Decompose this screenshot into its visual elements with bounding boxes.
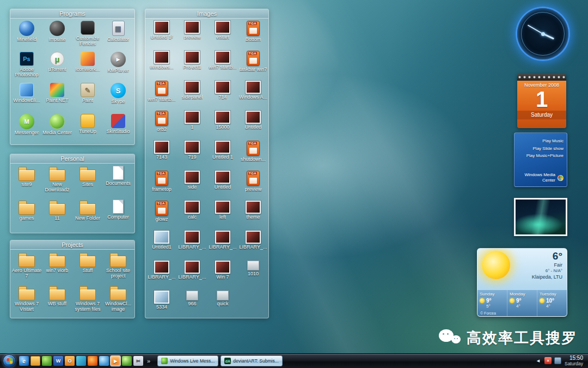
toolbar-overflow-chevron[interactable]: » <box>145 358 152 364</box>
desktop-icon-windowbli[interactable]: WindowBli... <box>11 83 42 114</box>
desktop-icon-windows-7-vistart[interactable]: Windows 7 Vistart <box>11 285 42 318</box>
desktop-icon-untitled[interactable]: Untitled <box>238 111 268 141</box>
desktop-icon-skinstudio[interactable]: SkinStudio <box>103 114 133 145</box>
outlook-icon[interactable] <box>65 356 75 366</box>
desktop-icon-win7-viorb[interactable]: win7 viorb <box>42 252 72 285</box>
desktop-icon-11[interactable]: 11 <box>42 200 72 233</box>
desktop-icon-frametop[interactable]: frametop <box>146 171 177 201</box>
desktop-icon-media-center[interactable]: Media Center <box>42 114 72 145</box>
media-center-option-play-slideshow[interactable]: Play Slide show <box>518 145 564 153</box>
desktop-icon-win7-startb[interactable]: win7 startb... <box>207 51 238 81</box>
desktop-icon-tuneup[interactable]: TuneUp <box>72 114 103 145</box>
hidden-icons-chevron-icon[interactable] <box>535 357 542 364</box>
weather-gadget[interactable]: 6° Fair 6° - N/A° Klaipeda, LTU Sunday 9… <box>477 248 567 317</box>
desktop-icon-windows[interactable]: Windows... <box>146 51 177 81</box>
desktop-icon-966[interactable]: 966 <box>177 291 207 318</box>
forecast-day-monday[interactable]: Monday 9° 4° <box>507 290 537 317</box>
network-icon[interactable] <box>554 357 561 364</box>
safari-icon[interactable] <box>99 356 109 366</box>
desktop-icon-714[interactable]: 714 <box>207 81 238 111</box>
desktop-icon-7143[interactable]: 7143 <box>146 141 177 171</box>
fence-title-projects[interactable]: Projects <box>10 240 134 250</box>
media-center-icon[interactable] <box>122 356 132 366</box>
messenger-icon[interactable] <box>42 356 52 366</box>
desktop-icon-1[interactable]: 1 <box>177 111 207 141</box>
fence-title-programs[interactable]: Programs <box>10 9 134 19</box>
forecast-day-tuesday[interactable]: Tuesday 10° 4° <box>537 290 567 317</box>
desktop-icon-library[interactable]: LIBRARY_... <box>238 231 268 261</box>
desktop-icon-taskbar-win7[interactable]: taskbar win7 <box>238 51 268 81</box>
firefox-icon[interactable] <box>88 356 97 366</box>
desktop-icon-new-folder[interactable]: New Folder <box>72 200 103 233</box>
desktop-icon-15000[interactable]: 15000 <box>207 111 238 141</box>
desktop-icon-719[interactable]: 719 <box>177 141 207 171</box>
desktop-icon-win7-startb[interactable]: win7 startb... <box>146 81 177 111</box>
desktop-icon-calc[interactable]: calc <box>177 201 207 231</box>
media-center-option-play-music[interactable]: Play Music <box>518 137 564 145</box>
desktop-icon-library[interactable]: LIBRARY_... <box>177 231 207 261</box>
media-center-gadget[interactable]: Play Music Play Slide show Play Music+Pi… <box>514 132 567 187</box>
desktop-icon-computer[interactable]: Computer <box>103 200 133 233</box>
desktop-icon-untitled-1[interactable]: Untitled 1 <box>207 141 238 171</box>
task-button-windows-live-messenger[interactable]: Windows Live Mess... <box>157 355 218 366</box>
media-player-icon[interactable] <box>76 356 86 366</box>
start-button[interactable] <box>3 354 16 367</box>
desktop-icon-wb-stuff[interactable]: WB stuff <box>42 285 72 318</box>
clock-gadget[interactable] <box>516 7 570 61</box>
desktop-icon-untitled1[interactable]: Untitled1 <box>146 231 177 261</box>
desktop-icon-sidepanel[interactable]: sidepanel <box>177 81 207 111</box>
desktop-icon-windowcl-image[interactable]: WindowCl... image <box>103 285 133 318</box>
fence-title-images[interactable]: Images <box>145 9 268 19</box>
desktop-icon-torrent[interactable]: µµTorrent <box>42 52 72 83</box>
desktop-icon-shutdown[interactable]: shutdown... <box>238 141 268 171</box>
fence-title-personal[interactable]: Personal <box>10 154 134 164</box>
desktop-icon-left[interactable]: left <box>207 201 238 231</box>
windows-media-player-icon[interactable] <box>111 356 120 366</box>
desktop-icon-win-7[interactable]: Win 7 <box>207 261 238 291</box>
desktop-icon-vistart[interactable]: vistart <box>207 21 238 51</box>
desktop-icon-bottom[interactable]: Bottom <box>238 21 268 51</box>
desktop-icon-calculator[interactable]: ▦Calculator <box>103 21 133 52</box>
snipping-tool-icon[interactable] <box>133 356 143 366</box>
desktop-icon-preview[interactable]: preview <box>177 21 207 51</box>
desktop-icon-preview[interactable]: preview <box>238 171 268 201</box>
desktop-icon-sites[interactable]: Sites <box>72 166 103 200</box>
desktop-icon-library[interactable]: LIBRARY_... <box>146 261 177 291</box>
internet-explorer-icon[interactable] <box>19 356 29 366</box>
desktop-icon-side[interactable]: side <box>177 171 207 201</box>
photo-slideshow-gadget[interactable] <box>514 198 567 236</box>
desktop-icon-messenger[interactable]: MMessenger <box>11 114 42 145</box>
security-alert-icon[interactable] <box>544 357 552 364</box>
task-button-deviantart[interactable]: deviantART: Submis... <box>220 355 282 366</box>
desktop-icon-untitled[interactable]: Untitled <box>207 171 238 201</box>
desktop-icon-new-download2[interactable]: New Download2 <box>42 166 72 200</box>
desktop-icon-paint[interactable]: ✎Paint <box>72 83 103 114</box>
taskbar-clock[interactable]: 15:50 Saturday <box>565 355 583 366</box>
desktop-icon-iconwork[interactable]: IconWork... <box>72 52 103 83</box>
desktop-icon-theme[interactable]: theme <box>238 201 268 231</box>
desktop-icon-orb2[interactable]: orb2 <box>146 111 177 141</box>
calendar-gadget[interactable]: November 2008 1 Saturday <box>517 74 566 128</box>
desktop-icon-school-site-project[interactable]: School site project <box>103 252 133 285</box>
desktop-icon-untitled-1[interactable]: Untitled 1² <box>146 21 177 51</box>
desktop-icon-paint-net[interactable]: Paint.NET <box>42 83 72 114</box>
desktop-icon-windows-a[interactable]: Windows A... <box>238 81 268 111</box>
desktop-icon-customize-fences[interactable]: Customize Fences <box>72 21 103 52</box>
desktop-icon-impulse[interactable]: Impulse <box>42 21 72 52</box>
desktop-icon-windows-7-system-files[interactable]: Windows 7 system files <box>72 285 103 318</box>
desktop-icon-games[interactable]: games <box>11 200 42 233</box>
desktop-icon-1010[interactable]: 1010 <box>238 261 268 291</box>
desktop-icon-project1[interactable]: Project1 <box>177 51 207 81</box>
desktop-icon-library[interactable]: LIBRARY_... <box>207 231 238 261</box>
desktop-icon-stuff[interactable]: Stuff <box>72 252 103 285</box>
desktop-icon-site9[interactable]: site9 <box>11 166 42 200</box>
windows-explorer-icon[interactable] <box>30 356 40 366</box>
desktop-icon-minefield[interactable]: Minefield <box>11 21 42 52</box>
desktop-icon-documents[interactable]: Documents <box>103 166 133 200</box>
desktop-icon-skype[interactable]: SSkype <box>103 83 133 114</box>
desktop-icon-adobe-photoshop[interactable]: PsAdobe Photoshop <box>11 52 42 83</box>
desktop-icon-aero-ultimate-7[interactable]: Aero Ultimate 7 <box>11 252 42 285</box>
desktop-icon-5334[interactable]: 5334 <box>146 291 177 318</box>
desktop-icon-glowz[interactable]: glowz <box>146 201 177 231</box>
desktop-icon-library[interactable]: LIBRARY_... <box>177 261 207 291</box>
